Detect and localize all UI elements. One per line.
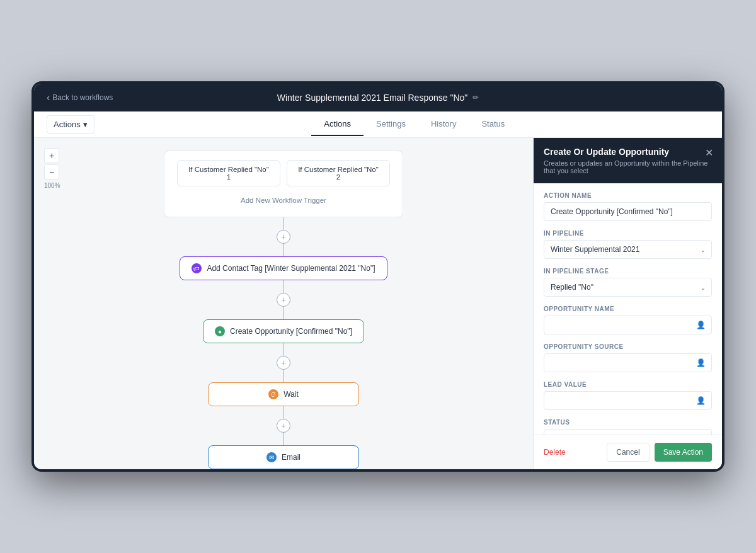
delete-button[interactable]: Delete	[544, 448, 566, 457]
tabs-bar: Actions ▾ Actions Settings History Statu…	[34, 111, 722, 138]
tab-status[interactable]: Status	[469, 113, 517, 136]
email-icon: ✉	[266, 452, 277, 462]
connector-line	[284, 280, 284, 293]
zoom-out-button[interactable]: −	[44, 164, 59, 180]
status-select[interactable]: Select Status	[544, 429, 712, 435]
action-name-label: ACTION NAME	[544, 192, 712, 199]
lead-value-input[interactable]	[544, 391, 712, 410]
tab-list: Actions Settings History Status	[120, 113, 709, 136]
panel-subtitle: Creates or updates an Opportunity within…	[544, 159, 712, 174]
connector-4: +	[277, 406, 290, 445]
opportunity-name-label: OPPORTUNITY NAME	[544, 305, 712, 312]
zoom-level: 100%	[44, 182, 60, 189]
add-step-button-3[interactable]: +	[277, 356, 290, 370]
main-content: + − 100% If Customer Replied "No" 1 If C…	[34, 138, 722, 469]
opportunity-name-input[interactable]	[544, 316, 712, 334]
close-button[interactable]: ✕	[705, 147, 713, 159]
add-trigger-button[interactable]: Add New Workflow Trigger	[177, 193, 390, 208]
action-name-input[interactable]	[544, 202, 712, 221]
zoom-in-button[interactable]: +	[44, 148, 59, 163]
opportunity-icon: ●	[215, 326, 225, 336]
lead-value-input-wrapper: 👤	[544, 391, 712, 410]
connector-line	[284, 343, 284, 356]
connector-line	[284, 217, 284, 230]
opportunity-name-input-wrapper: 👤	[544, 316, 712, 334]
add-step-button-4[interactable]: +	[277, 419, 290, 433]
value-icon: 👤	[696, 396, 706, 405]
page-title: Winter Supplemental 2021 Email Response …	[277, 93, 479, 103]
tag-icon: 🏷	[192, 263, 202, 273]
add-step-button-1[interactable]: +	[277, 230, 290, 244]
panel-body: ACTION NAME IN PIPELINE Winter Supplemen…	[534, 183, 722, 435]
action-name-field: ACTION NAME	[544, 192, 712, 221]
person-icon: 👤	[696, 321, 706, 329]
tab-history[interactable]: History	[418, 113, 469, 136]
tag-node[interactable]: 🏷 Add Contact Tag [Winter Supplemental 2…	[180, 256, 387, 280]
actions-dropdown[interactable]: Actions ▾	[47, 115, 94, 134]
lead-value-label: LEAD VALUE	[544, 381, 712, 388]
trigger-chip-1[interactable]: If Customer Replied "No" 1	[177, 160, 280, 186]
in-pipeline-select[interactable]: Winter Supplemental 2021	[544, 240, 712, 259]
lead-value-field: LEAD VALUE 👤	[544, 381, 712, 410]
connector-1: +	[277, 217, 290, 256]
in-pipeline-field: IN PIPELINE Winter Supplemental 2021	[544, 230, 712, 259]
pipeline-stage-label: IN PIPELINE STAGE	[544, 268, 712, 275]
panel-footer: Delete Cancel Save Action	[534, 435, 722, 469]
connector-line	[284, 406, 284, 419]
edit-icon[interactable]: ✏	[472, 93, 479, 102]
connector-line	[284, 244, 284, 256]
footer-actions: Cancel Save Action	[607, 443, 712, 462]
pipeline-stage-field: IN PIPELINE STAGE Replied "No"	[544, 268, 712, 297]
wait-node[interactable]: ⏱ Wait	[208, 382, 359, 406]
create-opportunity-node[interactable]: ● Create Opportunity [Confirmed "No"]	[203, 319, 364, 343]
status-label: STATUS	[544, 419, 712, 426]
connector-3: +	[277, 343, 290, 382]
tab-actions[interactable]: Actions	[311, 113, 364, 136]
trigger-chip-2[interactable]: If Customer Replied "No" 2	[287, 160, 390, 186]
opportunity-source-label: OPPORTUNITY SOURCE	[544, 343, 712, 350]
trigger-box: If Customer Replied "No" 1 If Customer R…	[164, 151, 403, 217]
connector-2: +	[277, 280, 290, 319]
email-node[interactable]: ✉ Email	[208, 445, 359, 469]
panel-header: Create Or Update Opportunity Creates or …	[534, 138, 722, 183]
add-step-button-2[interactable]: +	[277, 293, 290, 307]
in-pipeline-label: IN PIPELINE	[544, 230, 712, 237]
workflow-canvas[interactable]: + − 100% If Customer Replied "No" 1 If C…	[34, 138, 533, 469]
zoom-controls: + − 100%	[44, 148, 60, 189]
cancel-button[interactable]: Cancel	[607, 443, 649, 462]
connector-line	[284, 433, 284, 445]
in-pipeline-select-wrapper: Winter Supplemental 2021	[544, 240, 712, 259]
pipeline-stage-select[interactable]: Replied "No"	[544, 278, 712, 297]
wait-icon: ⏱	[268, 389, 278, 399]
opportunity-source-input[interactable]	[544, 353, 712, 372]
source-icon: 👤	[696, 358, 706, 367]
opportunity-source-field: OPPORTUNITY SOURCE 👤	[544, 343, 712, 372]
panel-title: Create Or Update Opportunity	[544, 147, 712, 157]
opportunity-name-field: OPPORTUNITY NAME 👤	[544, 305, 712, 334]
save-action-button[interactable]: Save Action	[655, 443, 712, 462]
connector-line	[284, 370, 284, 382]
pipeline-stage-select-wrapper: Replied "No"	[544, 278, 712, 297]
tab-settings[interactable]: Settings	[364, 113, 418, 136]
app-header: Back to workflows Winter Supplemental 20…	[34, 84, 722, 111]
status-select-wrapper: Select Status	[544, 429, 712, 435]
trigger-row: If Customer Replied "No" 1 If Customer R…	[177, 160, 390, 186]
right-panel: Create Or Update Opportunity Creates or …	[533, 138, 722, 469]
status-field: STATUS Select Status	[544, 419, 712, 435]
connector-line	[284, 307, 284, 319]
opportunity-source-input-wrapper: 👤	[544, 353, 712, 372]
back-button[interactable]: Back to workflows	[47, 92, 113, 103]
